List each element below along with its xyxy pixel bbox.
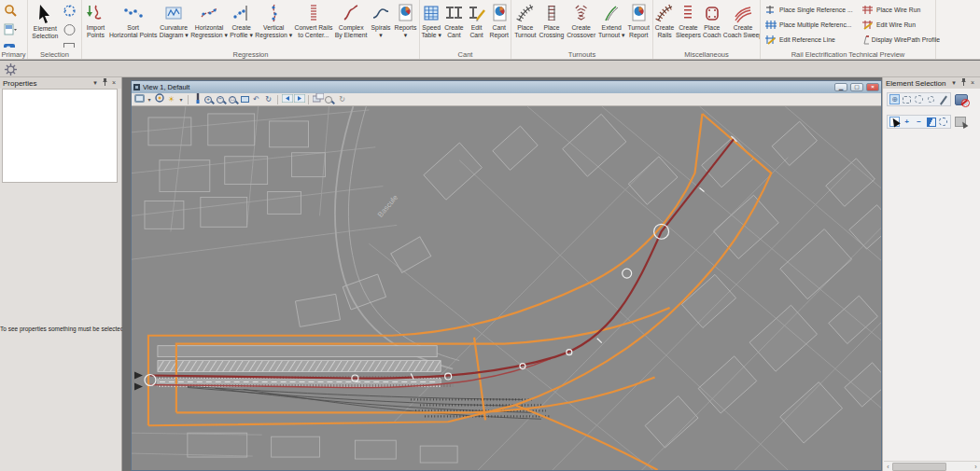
spirals-icon [370,2,392,24]
individual-mode-icon[interactable]: ⊕ [889,94,900,104]
invert-selection-icon[interactable] [926,117,936,127]
selection-method-group: + − [887,115,951,129]
create-profile-icon [231,2,253,24]
adjust-view-icon[interactable] [154,93,164,105]
curvature-diagram-button[interactable]: CurvatureDiagram ▾ [160,1,189,39]
map-canvas[interactable]: Bascule [132,106,881,470]
element-selection-pin-icon[interactable] [959,77,968,89]
speed-table-button[interactable]: SpeedTable ▾ [420,1,442,39]
convert-rails-to-center-button[interactable]: Convert Railsto Center... [295,1,333,39]
window-area-icon[interactable]: □ [229,96,236,104]
import-points-icon [84,2,106,24]
add-selection-icon[interactable]: + [902,117,912,127]
element-selection-close-icon[interactable]: × [968,78,977,88]
copy-view-icon[interactable] [313,93,323,105]
fence-circle-icon[interactable] [63,23,81,40]
group-label-rail-electrification: Rail Electrification Technical Preview [761,50,935,59]
place-single-reference-button[interactable]: Place Single Reference ... [764,2,861,17]
zoom-out-icon[interactable]: − [217,96,224,104]
extend-turnout-button[interactable]: ExtendTurnout ▾ [598,1,624,39]
properties-close-icon[interactable]: × [109,78,119,88]
scroll-right-icon[interactable]: › [972,464,980,470]
sort-horizontal-points-button[interactable]: SortHorizontal Points [109,1,157,39]
select-all-icon[interactable] [955,117,966,127]
update-view-icon[interactable] [192,93,203,106]
view-attributes-icon[interactable] [134,94,145,105]
view-title-bar[interactable]: View 1, Default ▁ ▢ × [132,81,881,93]
rotate-view-icon[interactable]: ↻ [263,95,273,104]
properties-dialog-icon[interactable] [4,41,17,48]
shape-mode-icon[interactable] [914,94,924,104]
new-selection-icon[interactable] [889,117,900,127]
scroll-left-icon[interactable]: ‹ [884,464,892,470]
place-coach-button[interactable]: PlaceCoach [701,1,723,39]
create-coach-sweep-button[interactable]: CreateCoach Sweep [723,1,760,39]
ribbon-group-regression: ImportPoints SortHorizontal Points Curva… [82,0,420,59]
view-close-button[interactable]: × [866,83,879,91]
selection-mode-group: ⊕ [887,92,951,106]
edit-cant-button[interactable]: EditCant [466,1,488,39]
fit-view-icon[interactable] [241,96,249,103]
cant-report-button[interactable]: CantReport [488,1,511,39]
view-attributes-chevron-icon[interactable]: ▾ [147,95,152,104]
create-crossover-button[interactable]: CreateCrossover [567,1,595,39]
line-mode-icon[interactable] [938,94,948,104]
view-next-icon[interactable] [294,94,304,105]
place-multiple-reference-button[interactable]: Place Multiple Referenc... [764,17,861,32]
brightness-chevron-icon[interactable]: ▾ [178,95,184,104]
block-mode-icon[interactable] [902,94,912,104]
properties-content-area[interactable] [2,89,118,183]
scrollbar-thumb[interactable] [892,463,946,471]
reports-button[interactable]: Reports▾ [394,1,416,39]
attach-tools-icon[interactable] [4,22,17,39]
properties-panel: Properties ▾ × To see properties somethi… [0,77,122,471]
vertical-regression-button[interactable]: VerticalRegression ▾ [255,1,292,39]
scrollbar-track[interactable] [892,463,972,471]
turnout-report-button[interactable]: TurnoutReport [627,1,650,39]
select-by-circle-fence-icon[interactable] [63,4,81,21]
create-cant-button[interactable]: CreateCant [442,1,465,39]
brightness-icon[interactable]: ☀ [166,95,176,104]
properties-pin-icon[interactable] [100,77,109,89]
create-rails-button[interactable]: CreateRails [653,1,676,39]
settings-gear-icon[interactable] [0,62,980,76]
place-turnout-button[interactable]: PlaceTurnout [514,1,537,39]
explorer-icon[interactable] [4,4,17,21]
street-label: Bascule [376,193,399,219]
complex-by-element-button[interactable]: ComplexBy Element [335,1,368,39]
disable-handles-icon[interactable] [955,94,968,105]
create-sleepers-button[interactable]: CreateSleepers [676,1,701,39]
link-views-icon[interactable]: ↻ [337,95,347,104]
create-profile-button[interactable]: CreateProfile ▾ [230,1,253,39]
map-view[interactable]: Bascule [132,106,881,470]
properties-menu-chevron-icon[interactable]: ▾ [91,78,100,88]
wirepath-profile-icon [861,35,869,45]
view-window-icon[interactable] [133,84,140,90]
edit-cant-icon [466,2,488,24]
horizontal-regression-icon [198,2,220,24]
import-points-button[interactable]: ImportPoints [84,1,106,39]
spirals-button[interactable]: Spirals▾ [370,1,392,39]
fence-block-icon[interactable] [63,42,81,48]
zoom-in-icon[interactable]: + [204,96,212,104]
view-minimize-button[interactable]: ▁ [834,83,847,91]
clear-selection-icon[interactable] [938,117,948,127]
edit-reference-line-button[interactable]: Edit Reference Line [764,32,861,47]
display-wirepath-profile-button[interactable]: Display WirePath Profile [861,32,940,47]
edit-wire-run-button[interactable]: Edit Wire Run [861,17,940,32]
place-crossing-button[interactable]: PlaceCrossing [539,1,565,39]
ribbon-group-miscellaneous: CreateRails CreateSleepers PlaceCoach Cr… [653,0,761,59]
view-undo-icon[interactable]: ↶ [251,95,261,104]
subtract-selection-icon[interactable]: − [914,117,924,127]
horizontal-regression-button[interactable]: HorizontalRegression ▾ [190,1,228,39]
circle-mode-icon[interactable] [926,94,936,104]
element-selection-button[interactable]: ElementSelection [28,2,62,40]
view-search-icon[interactable] [325,96,332,104]
view-maximize-button[interactable]: ▢ [850,83,863,91]
element-selection-chevron-icon[interactable]: ▾ [949,78,959,88]
group-label-regression: Regression [82,50,419,59]
element-selection-scrollbar[interactable]: ‹ › [884,461,980,471]
view-previous-icon[interactable] [282,94,292,105]
group-label-primary: Primary [0,50,27,59]
place-wire-run-button[interactable]: Place Wire Run [861,2,940,17]
